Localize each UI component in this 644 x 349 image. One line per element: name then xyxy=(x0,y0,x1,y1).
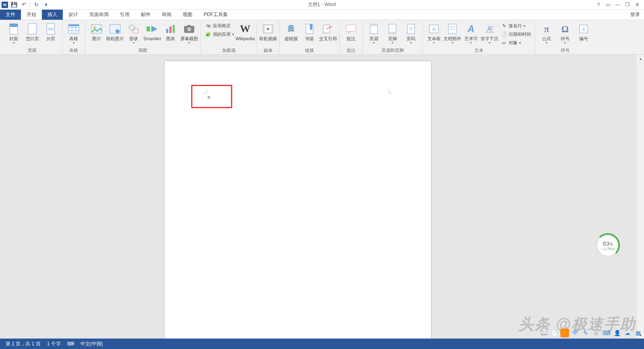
read-mode-icon[interactable]: 📖 xyxy=(539,328,548,337)
status-word-count[interactable]: 1 个字 xyxy=(44,341,64,347)
print-layout-icon[interactable]: 📄 xyxy=(550,328,559,337)
header-button[interactable]: 页眉▾ xyxy=(365,22,383,45)
tray-icon[interactable]: ☺ xyxy=(592,328,601,337)
picture-button[interactable]: 图片 xyxy=(88,22,105,43)
page-number-icon: # xyxy=(405,23,417,35)
svg-rect-27 xyxy=(263,25,265,33)
footer-button[interactable]: 页脚▾ xyxy=(384,22,401,45)
object-button[interactable]: ▭对象 ▾ xyxy=(499,39,533,47)
redo-icon[interactable]: ↻ xyxy=(33,1,40,8)
group-label: 媒体 xyxy=(264,47,272,54)
scroll-up-icon[interactable]: ▴ xyxy=(637,55,644,62)
status-language[interactable]: 中文(中国) xyxy=(77,341,106,347)
svg-rect-35 xyxy=(346,25,356,31)
footer-icon xyxy=(386,23,399,35)
quick-parts-icon xyxy=(446,23,459,35)
tab-design[interactable]: 设计 xyxy=(63,10,84,20)
sign-in-link[interactable]: 登录 xyxy=(626,10,644,20)
network-gauge-widget[interactable]: 63% ↑ 1.7K/s xyxy=(596,233,620,257)
bookmark-button[interactable]: 书签 xyxy=(301,22,318,43)
online-picture-button[interactable]: 联机图片 xyxy=(106,22,124,43)
tab-insert[interactable]: 插入 xyxy=(42,10,63,20)
svg-point-14 xyxy=(116,29,120,33)
svg-text:A: A xyxy=(432,27,436,32)
svg-rect-10 xyxy=(68,25,79,26)
group-symbols: π 公式▾ Ω 符号▾ # 编号 符号 xyxy=(535,21,595,54)
store-button[interactable]: 🛍应用商店 xyxy=(203,22,235,30)
tab-mailings[interactable]: 邮件 xyxy=(135,10,156,20)
wikipedia-button[interactable]: W Wikipedia xyxy=(236,22,254,43)
page[interactable]: < xyxy=(164,61,431,339)
ime-indicator-icon[interactable]: 🔶 xyxy=(560,328,569,337)
table-button[interactable]: 表格▾ xyxy=(65,22,83,45)
tab-layout[interactable]: 页面布局 xyxy=(84,10,114,20)
tab-view[interactable]: 视图 xyxy=(177,10,198,20)
tray-icon[interactable]: ⌨ xyxy=(602,328,611,337)
video-icon xyxy=(262,23,275,35)
status-lang-icon[interactable]: ⌨ xyxy=(64,341,77,347)
smartart-button[interactable]: SmartArt xyxy=(143,22,161,43)
tab-file[interactable]: 文件 xyxy=(0,10,21,20)
group-label: 加载项 xyxy=(222,47,235,54)
chart-button[interactable]: 图表 xyxy=(162,22,180,43)
online-picture-icon xyxy=(109,23,122,35)
group-illustrations: 图片 联机图片 形状▾ SmartArt 图表 屏幕截图▾ xyxy=(85,21,201,54)
ime-lang-icon[interactable]: 中 xyxy=(571,328,580,337)
textbox-button[interactable]: A 文本框▾ xyxy=(425,22,443,45)
ribbon-options-icon[interactable]: ▭ xyxy=(604,1,613,9)
comment-icon xyxy=(345,23,357,35)
qat-customize-icon[interactable]: ▾ xyxy=(42,1,50,8)
crossref-button[interactable]: 交叉引用 xyxy=(319,22,337,43)
dropcap-icon: A xyxy=(483,23,496,35)
symbol-button[interactable]: Ω 符号▾ xyxy=(556,22,574,45)
annotation-highlight xyxy=(191,85,232,108)
datetime-button[interactable]: 🕒日期和时间 xyxy=(499,30,533,38)
tray-icon[interactable]: ▦ xyxy=(634,328,642,337)
group-label: 链接 xyxy=(305,47,314,54)
wordart-button[interactable]: A 艺术字▾ xyxy=(462,22,480,45)
my-apps-button[interactable]: 🧩我的应用 ▾ xyxy=(203,30,235,38)
tray-icon[interactable]: ✎ xyxy=(581,328,590,337)
maximize-icon[interactable]: ❐ xyxy=(623,1,632,9)
datetime-icon: 🕒 xyxy=(501,31,507,37)
screenshot-button[interactable]: 屏幕截图▾ xyxy=(180,22,198,45)
status-page[interactable]: 第 1 页，共 1 页 xyxy=(2,341,44,347)
shapes-icon xyxy=(127,23,140,35)
online-video-button[interactable]: 联机视频 xyxy=(259,22,277,43)
svg-rect-1 xyxy=(10,24,18,27)
vertical-scrollbar[interactable]: ▴ ▾ xyxy=(637,55,644,339)
signature-line-button[interactable]: ✎签名行 ▾ xyxy=(499,22,533,30)
shapes-button[interactable]: 形状▾ xyxy=(125,22,142,45)
document-text[interactable]: < xyxy=(207,94,211,101)
tab-pdf-tools[interactable]: PDF工具集 xyxy=(198,10,233,20)
cover-page-icon xyxy=(7,23,20,35)
quick-parts-button[interactable]: 文档部件▾ xyxy=(444,22,461,45)
save-icon[interactable]: 💾 xyxy=(10,1,18,8)
close-icon[interactable]: ✕ xyxy=(633,1,642,9)
help-icon[interactable]: ? xyxy=(594,1,603,9)
minimize-icon[interactable]: — xyxy=(613,1,622,9)
hyperlink-button[interactable]: 超链接 xyxy=(282,22,300,43)
tray-icon[interactable]: ☁ xyxy=(623,328,632,337)
page-break-button[interactable]: 分页 xyxy=(42,22,60,43)
page-break-icon xyxy=(44,23,57,35)
document-area: < 63% ↑ 1.7K/s ▴ ▾ xyxy=(0,55,644,339)
group-tables: 表格▾ 表格 xyxy=(62,21,85,54)
svg-rect-2 xyxy=(28,24,36,34)
tray-icon[interactable]: 👤 xyxy=(613,328,621,337)
group-label: 批注 xyxy=(347,47,355,54)
number-button[interactable]: # 编号 xyxy=(575,22,592,43)
status-bar: 第 1 页，共 1 页 1 个字 ⌨ 中文(中国) xyxy=(0,339,644,349)
equation-button[interactable]: π 公式▾ xyxy=(538,22,555,45)
dropcap-button[interactable]: A 首字下沉▾ xyxy=(481,22,498,45)
undo-icon[interactable]: ↶ xyxy=(20,1,27,8)
comment-button[interactable]: 批注 xyxy=(342,22,360,43)
cover-page-button[interactable]: 封面▾ xyxy=(5,22,23,45)
tab-review[interactable]: 审阅 xyxy=(156,10,177,20)
page-number-button[interactable]: # 页码▾ xyxy=(402,22,420,45)
svg-point-23 xyxy=(187,27,191,31)
tab-home[interactable]: 开始 xyxy=(21,10,42,20)
tab-references[interactable]: 引用 xyxy=(114,10,135,20)
group-headerfooter: 页眉▾ 页脚▾ # 页码▾ 页眉和页脚 xyxy=(363,21,423,54)
blank-page-button[interactable]: 空白页 xyxy=(23,22,41,43)
